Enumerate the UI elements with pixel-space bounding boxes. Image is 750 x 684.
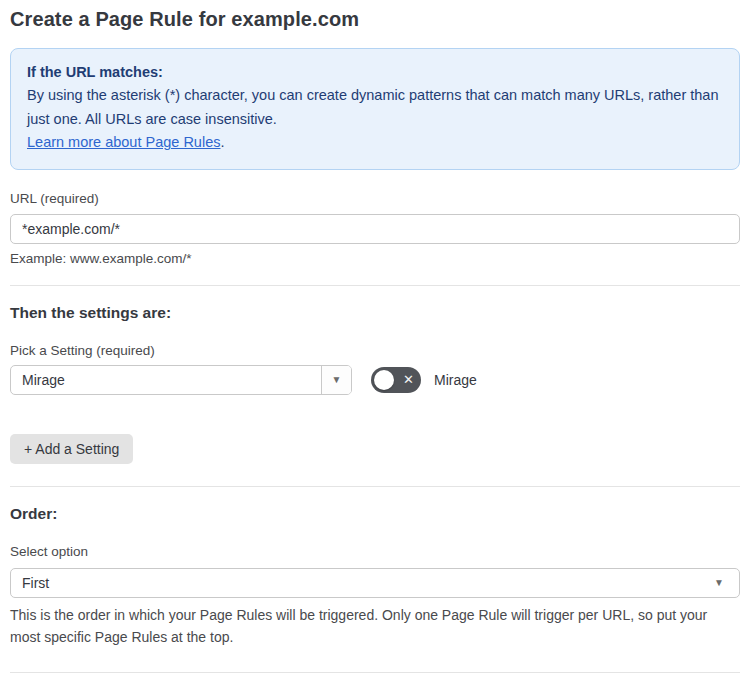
chevron-down-icon: ▼ [332, 375, 342, 385]
add-setting-button[interactable]: + Add a Setting [10, 434, 133, 464]
chevron-down-icon: ▼ [714, 578, 724, 588]
pick-setting-label: Pick a Setting (required) [10, 343, 740, 358]
link-suffix: . [220, 134, 224, 150]
page-title: Create a Page Rule for example.com [10, 8, 740, 31]
order-section-heading: Order: [10, 505, 740, 523]
setting-dropdown[interactable]: Mirage ▼ [10, 365, 352, 395]
mirage-toggle[interactable]: ✕ [371, 367, 421, 393]
settings-section-heading: Then the settings are: [10, 304, 740, 322]
info-box-link-line: Learn more about Page Rules. [27, 131, 723, 154]
url-field-label: URL (required) [10, 191, 740, 206]
setting-dropdown-value: Mirage [11, 366, 321, 394]
setting-dropdown-arrow-button[interactable]: ▼ [321, 366, 351, 394]
url-example-helper: Example: www.example.com/* [10, 251, 740, 266]
order-select-value: First [22, 575, 49, 591]
info-box-heading: If the URL matches: [27, 61, 723, 84]
toggle-off-x-icon: ✕ [403, 373, 414, 386]
toggle-label: Mirage [434, 372, 477, 388]
url-input[interactable] [10, 214, 740, 244]
divider [10, 285, 740, 286]
divider [10, 672, 740, 673]
create-page-rule-form: Create a Page Rule for example.com If th… [0, 0, 750, 684]
select-option-label: Select option [10, 544, 740, 559]
info-box-body: By using the asterisk (*) character, you… [27, 84, 723, 131]
url-match-info-box: If the URL matches: By using the asteris… [10, 48, 740, 170]
divider [10, 486, 740, 487]
order-select[interactable]: First ▼ [10, 568, 740, 598]
learn-more-link[interactable]: Learn more about Page Rules [27, 134, 220, 150]
setting-row: Mirage ▼ ✕ Mirage [10, 365, 740, 395]
order-helper-text: This is the order in which your Page Rul… [10, 604, 740, 648]
toggle-knob [374, 370, 394, 390]
